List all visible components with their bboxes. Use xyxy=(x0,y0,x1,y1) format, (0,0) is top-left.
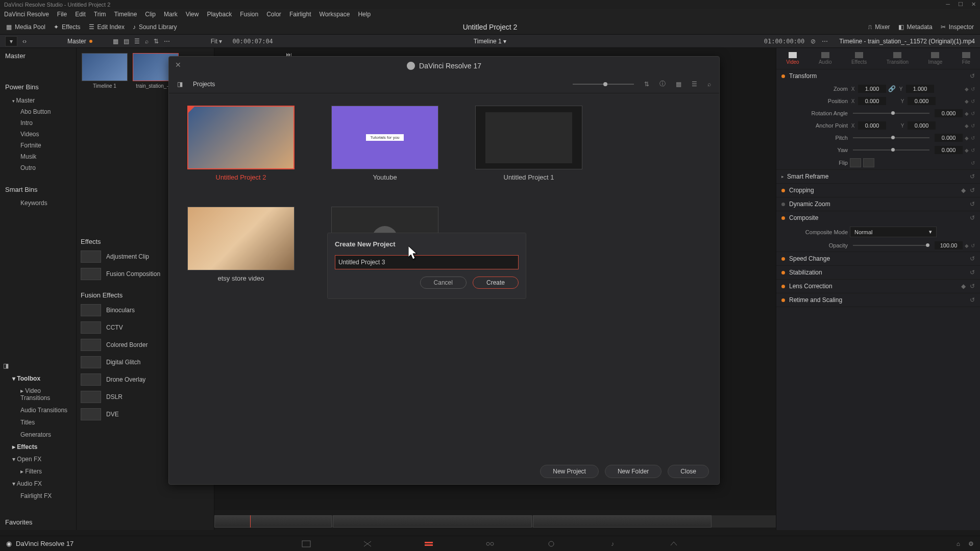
kf-icon[interactable]: ◆ xyxy=(965,135,969,141)
reset-icon[interactable]: ↺ xyxy=(970,255,975,262)
media-page-tab[interactable] xyxy=(301,540,311,548)
zoom-fit[interactable]: Fit ▾ xyxy=(211,38,223,45)
enable-dot-icon[interactable] xyxy=(781,74,785,78)
reset-icon[interactable]: ↺ xyxy=(971,160,975,166)
flip-h-button[interactable] xyxy=(850,158,861,167)
opacity-slider[interactable] xyxy=(853,245,929,246)
composite-mode-select[interactable]: Normal▾ xyxy=(850,227,937,237)
reset-icon[interactable]: ↺ xyxy=(970,269,975,276)
bin-item[interactable]: Intro xyxy=(0,117,76,129)
kf-icon[interactable]: ◆ xyxy=(965,123,969,129)
reset-icon[interactable]: ↺ xyxy=(971,111,975,116)
keywords-bin[interactable]: Keywords xyxy=(0,197,76,209)
kf-icon[interactable]: ◆ xyxy=(965,86,969,92)
lens-correction-head[interactable]: Lens Correction◆↺ xyxy=(776,280,980,293)
kf-icon[interactable]: ◆ xyxy=(961,187,966,194)
project-card[interactable]: Untitled Project 2 xyxy=(187,106,295,181)
timeline-clip[interactable] xyxy=(333,515,532,528)
timeline-clip[interactable] xyxy=(533,515,712,528)
audiofx-header[interactable]: ▾ Audio FX xyxy=(0,478,76,490)
effects-header[interactable]: ▸ Effects xyxy=(0,441,76,453)
link-icon[interactable]: 🔗 xyxy=(888,85,896,92)
menu-color[interactable]: Color xyxy=(266,11,281,18)
opacity-input[interactable] xyxy=(935,241,963,249)
project-name-input[interactable] xyxy=(335,255,519,269)
timeline-name[interactable]: Timeline 1 ▾ xyxy=(474,38,506,45)
fx-category[interactable]: Generators xyxy=(0,429,76,441)
fx-category[interactable]: Titles xyxy=(0,416,76,429)
menu-edit[interactable]: Edit xyxy=(75,11,86,18)
search-icon[interactable]: ⌕ xyxy=(707,81,711,88)
info-icon[interactable]: ⓘ xyxy=(659,80,666,88)
pitch-input[interactable] xyxy=(935,134,963,142)
new-project-button[interactable]: New Project xyxy=(540,465,599,478)
fusion-page-tab[interactable] xyxy=(485,540,495,548)
tab-file[interactable]: File xyxy=(958,51,974,66)
rotation-slider[interactable] xyxy=(853,113,929,114)
menu-playback[interactable]: Playback xyxy=(207,11,232,18)
sort-icon[interactable]: ⇅ xyxy=(644,81,649,88)
zoom-y-input[interactable] xyxy=(906,85,934,93)
reset-icon[interactable]: ↺ xyxy=(970,72,975,80)
nav-fwd-icon[interactable]: › xyxy=(24,38,27,45)
fx-category[interactable]: Fairlight FX xyxy=(0,490,76,502)
close-icon[interactable]: ✕ xyxy=(971,1,976,8)
settings-icon[interactable]: ⚙ xyxy=(968,540,974,547)
smart-bins-header[interactable]: Smart Bins xyxy=(0,182,76,197)
bin-item[interactable]: Musik xyxy=(0,151,76,162)
close-button[interactable]: Close xyxy=(668,465,709,478)
menu-trim[interactable]: Trim xyxy=(94,11,106,18)
reset-icon[interactable]: ↺ xyxy=(971,243,975,248)
reset-icon[interactable]: ↺ xyxy=(971,123,975,129)
more-icon-2[interactable]: ⋯ xyxy=(822,38,828,45)
reset-icon[interactable]: ↺ xyxy=(971,86,975,92)
bin-item[interactable]: Abo Button xyxy=(0,106,76,117)
reset-icon[interactable]: ↺ xyxy=(971,98,975,104)
fairlight-page-tab[interactable]: ♪ xyxy=(607,540,618,548)
kf-icon[interactable]: ◆ xyxy=(961,283,966,290)
smart-reframe-head[interactable]: ▸Smart Reframe↺ xyxy=(776,170,980,183)
dynamic-zoom-head[interactable]: Dynamic Zoom↺ xyxy=(776,197,980,211)
pitch-slider[interactable] xyxy=(853,137,929,138)
composite-head[interactable]: Composite↺ xyxy=(776,211,980,224)
openfx-header[interactable]: ▾ Open FX xyxy=(0,453,76,465)
bypass-icon[interactable]: ⊘ xyxy=(811,38,816,45)
menu-timeline[interactable]: Timeline xyxy=(114,11,137,18)
reset-icon[interactable]: ↺ xyxy=(970,201,975,208)
tab-image[interactable]: Image xyxy=(924,51,947,66)
create-button[interactable]: Create xyxy=(473,277,519,289)
bin-item[interactable]: Videos xyxy=(0,129,76,140)
reset-icon[interactable]: ↺ xyxy=(970,214,975,221)
timeline[interactable] xyxy=(214,510,776,536)
reset-icon[interactable]: ↺ xyxy=(970,173,975,180)
master-folder[interactable]: Master xyxy=(0,95,76,106)
menu-clip[interactable]: Clip xyxy=(145,11,156,18)
menu-fusion[interactable]: Fusion xyxy=(240,11,258,18)
mixer-toggle[interactable]: ⎍ Mixer xyxy=(868,23,890,31)
flip-v-button[interactable] xyxy=(863,158,874,167)
anchor-x-input[interactable] xyxy=(858,121,886,130)
project-card[interactable]: Tutorials for you Youtube xyxy=(331,106,438,181)
sound-library-toggle[interactable]: ♪ Sound Library xyxy=(133,23,177,31)
color-page-tab[interactable] xyxy=(546,540,556,548)
bin-item[interactable]: Outro xyxy=(0,162,76,173)
retime-head[interactable]: Retime and Scaling↺ xyxy=(776,293,980,307)
anchor-y-input[interactable] xyxy=(908,121,936,130)
zoom-x-input[interactable] xyxy=(858,85,886,93)
fx-category[interactable]: ▸ Video Transitions xyxy=(0,385,76,404)
reset-icon[interactable]: ↺ xyxy=(970,283,975,290)
modal-close-button[interactable]: ✕ xyxy=(175,61,181,69)
thumb-view-icon[interactable]: ▤ xyxy=(124,38,129,45)
fx-category[interactable]: Audio Transitions xyxy=(0,404,76,416)
more-icon[interactable]: ⋯ xyxy=(164,38,170,45)
home-icon[interactable]: ⌂ xyxy=(957,540,960,547)
reset-icon[interactable]: ↺ xyxy=(970,187,975,194)
project-card[interactable]: etsy store video xyxy=(187,207,295,282)
bin-item[interactable]: Fortnite xyxy=(0,140,76,151)
menu-app[interactable]: DaVinci Resolve xyxy=(4,11,49,18)
kf-icon[interactable]: ◆ xyxy=(965,98,969,104)
playhead[interactable] xyxy=(250,515,251,528)
pos-x-input[interactable] xyxy=(858,97,886,105)
tab-effects[interactable]: Effects xyxy=(847,51,871,66)
cut-page-tab[interactable] xyxy=(362,540,373,548)
